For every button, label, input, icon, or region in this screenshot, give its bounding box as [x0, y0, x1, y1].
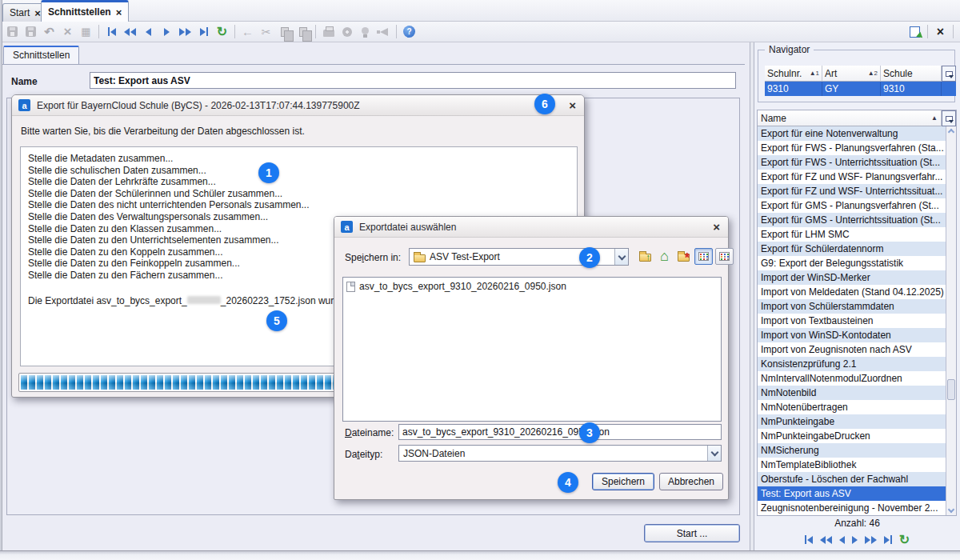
nav-fast-back-button[interactable] [121, 23, 139, 40]
scrollbar-thumb[interactable] [947, 379, 955, 400]
disc-button[interactable] [338, 23, 356, 40]
file-list-item[interactable]: asv_to_bycs_export_9310_20260216_0950.js… [346, 280, 718, 293]
list-item[interactable]: NmPunkteingabeDrucken [758, 429, 946, 443]
list-item[interactable]: NmIntervallNotenmodulZuordnen [758, 371, 946, 386]
log-line: Stelle die Daten der Lehrkräfte zusammen… [28, 176, 570, 188]
scrollbar-track[interactable] [946, 138, 957, 504]
nav-last-button[interactable] [194, 23, 213, 40]
edit-button[interactable] [77, 23, 95, 40]
refresh-button[interactable] [213, 23, 231, 40]
file-list[interactable]: asv_to_bycs_export_9310_20260216_0950.js… [342, 277, 722, 422]
list-item[interactable]: Export für Schülerdatennorm [758, 242, 946, 256]
bycs-dialog-titlebar[interactable]: a Export für BayernCloud Schule (ByCS) -… [12, 95, 584, 116]
column-header-art[interactable]: Art▲2 [822, 66, 881, 82]
scrollbar-down-button[interactable] [946, 504, 957, 515]
nav-first-button[interactable] [102, 23, 121, 40]
new-record-button[interactable] [3, 23, 22, 40]
list-item[interactable]: Import von Meldedaten (Stand 04.12.2025) [758, 285, 946, 299]
list-view-button[interactable] [694, 248, 713, 265]
list-item[interactable]: Export für eine Notenverwaltung [758, 126, 946, 141]
list-item[interactable]: Konsistenzprüfung 2.1 [758, 357, 946, 371]
pager-fast-back-icon[interactable] [820, 536, 832, 544]
annotation-badge-5: 5 [266, 310, 287, 331]
bycs-dialog-close-icon[interactable]: × [567, 98, 578, 112]
list-item[interactable]: NmTemplateBibliothek [758, 458, 946, 472]
cancel-button[interactable]: Abbrechen [659, 473, 723, 490]
combo-dropdown-icon[interactable] [707, 446, 721, 461]
column-header-name[interactable]: Name ▲ [758, 110, 942, 126]
column-header-schulnr[interactable]: Schulnr.▲1 [765, 66, 822, 82]
list-item[interactable]: Export für LHM SMC [758, 227, 946, 242]
announce-button[interactable] [374, 23, 393, 40]
close-module-button[interactable]: × [931, 23, 950, 40]
delete-button[interactable] [58, 23, 77, 40]
combo-dropdown-icon[interactable] [614, 249, 628, 265]
file-dialog-close-icon[interactable]: × [711, 220, 722, 234]
list-item[interactable]: NmPunkteingabe [758, 414, 946, 429]
print-button[interactable] [319, 23, 338, 40]
undo-button[interactable] [40, 23, 58, 40]
pager-forward-icon[interactable] [852, 536, 858, 544]
help-button[interactable]: ? [400, 23, 418, 40]
switch-module-button[interactable] [906, 23, 924, 40]
subtab-schnittstellen[interactable]: Schnittstellen [3, 46, 79, 64]
save-button[interactable] [22, 23, 40, 40]
details-view-icon [719, 252, 730, 261]
list-item[interactable]: Export für GMS - Planungsverfahren (St..… [758, 198, 946, 213]
tab-schnittstellen-close-icon[interactable]: × [116, 7, 122, 18]
list-item[interactable]: NmNotenübertragen [758, 400, 946, 414]
paste-button[interactable] [294, 23, 312, 40]
list-item[interactable]: Export für FWS - Planungsverfahren (Sta.… [758, 141, 946, 155]
list-item[interactable]: NMSicherung [758, 443, 946, 458]
start-button[interactable]: Start ... [644, 524, 740, 542]
switch-module-icon [910, 26, 920, 38]
file-dialog-titlebar[interactable]: a Exportdatei auswählen × [334, 217, 728, 238]
pager-refresh-icon[interactable] [899, 532, 910, 547]
tab-start-close-icon[interactable]: × [34, 8, 41, 18]
asv-app-icon: a [18, 99, 30, 111]
nav-forward-button[interactable] [158, 23, 176, 40]
list-scrollbar[interactable] [946, 126, 956, 515]
list-item[interactable]: Oberstufe - Löschen der Fachwahl [758, 472, 946, 486]
filename-input[interactable] [398, 424, 722, 440]
nav-fast-forward-button[interactable] [176, 23, 194, 40]
details-view-button[interactable] [715, 248, 734, 265]
list-item[interactable]: Import von Zeugnisnoten nach ASV [758, 342, 946, 357]
list-item[interactable]: Export für FWS - Unterrichtssituation (S… [758, 155, 946, 170]
file-icon [346, 282, 355, 292]
pager-fast-forward-icon[interactable] [865, 536, 877, 544]
hint-button[interactable] [356, 23, 374, 40]
scrollbar-up-button[interactable] [946, 126, 957, 138]
tab-schnittstellen[interactable]: Schnittstellen × [41, 0, 129, 22]
copy-button[interactable] [275, 23, 294, 40]
pager-first-icon[interactable] [805, 535, 813, 544]
list-item[interactable]: Import von Textbausteinen [758, 314, 946, 328]
list-item[interactable]: Export für GMS - Unterrichtssituation (S… [758, 213, 946, 227]
up-one-level-button[interactable] [637, 249, 654, 265]
home-button[interactable] [656, 249, 673, 265]
save-file-button[interactable]: Speichern [592, 473, 654, 490]
school-table: Schulnr.▲1 Art▲2 Schule 9310 GY 9310 [765, 66, 956, 96]
name-input[interactable] [90, 72, 736, 89]
list-item[interactable]: Import von Schülerstammdaten [758, 299, 946, 314]
list-item[interactable]: G9: Export der Belegungsstatistik [758, 256, 946, 270]
list-item[interactable]: Export für FZ und WSF- Unterrichtssituat… [758, 184, 946, 198]
new-folder-button[interactable] [675, 249, 692, 265]
list-filter-button[interactable] [942, 110, 956, 126]
list-item[interactable]: NmNotenbild [758, 386, 946, 400]
list-item[interactable]: Import von WinSD-Kontodaten [758, 328, 946, 342]
list-item[interactable]: Zeugnisnotenbereinigung - November 2... [758, 501, 946, 515]
list-item[interactable]: Import der WinSD-Merker [758, 270, 946, 285]
list-item[interactable]: Export für FZ und WSF- Planungsverfahr..… [758, 170, 946, 184]
list-item[interactable]: Test: Export aus ASV [758, 486, 946, 501]
nav-back-button[interactable] [139, 23, 158, 40]
column-header-schule[interactable]: Schule [881, 66, 942, 82]
filetype-combobox[interactable]: JSON-Dateien [398, 445, 722, 462]
cut-button[interactable] [257, 23, 275, 40]
wait-message: Bitte warten Sie, bis die Verarbeitung d… [21, 126, 305, 137]
table-filter-button[interactable] [942, 66, 956, 82]
go-back-button[interactable] [238, 23, 257, 40]
table-row[interactable]: 9310 GY 9310 [765, 82, 956, 96]
pager-back-icon[interactable] [839, 536, 845, 544]
pager-last-icon[interactable] [884, 535, 892, 544]
